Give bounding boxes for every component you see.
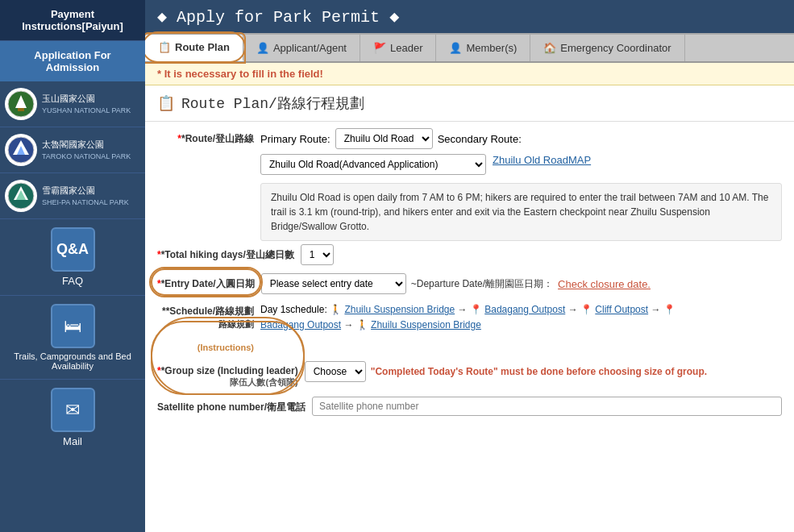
group-size-select[interactable]: Choose 1 2 3 4 5 bbox=[305, 361, 366, 382]
svg-rect-2 bbox=[18, 108, 24, 111]
hiker-icon-1: 🚶 bbox=[330, 304, 342, 315]
route-label: **Route/登山路線 bbox=[157, 128, 254, 146]
satellite-input[interactable] bbox=[312, 397, 782, 416]
instructions-link[interactable]: (Instructions) bbox=[197, 343, 254, 352]
satellite-row: Satellite phone number/衛星電話 bbox=[157, 397, 782, 416]
check-closure-link[interactable]: Check closure date. bbox=[558, 278, 651, 290]
route-row: **Route/登山路線 Primary Route: Zhuilu Old R… bbox=[157, 128, 782, 149]
schedule-point-5[interactable]: Zhuilu Suspension Bridge bbox=[371, 319, 481, 330]
section-header: 📋 Route Plan/路線行程規劃 bbox=[145, 85, 794, 122]
members-icon: 👤 bbox=[449, 42, 462, 54]
total-days-label: **Total hiking days/登山總日數 bbox=[157, 244, 294, 262]
arrow-1: → bbox=[458, 304, 468, 315]
sidebar-item-taroko[interactable]: 太魯閣國家公園 TAROKO NATIONAL PARK bbox=[0, 127, 145, 173]
sidebar: Payment Instructions[Paiyun] Application… bbox=[0, 0, 145, 532]
mail-label: Mail bbox=[63, 435, 82, 447]
faq-label: FAQ bbox=[62, 275, 83, 287]
main-area: ◆ Apply for Park Permit ◆ 📋 Route Plan 👤… bbox=[145, 0, 794, 532]
group-size-warning: "Completed Today's Route" must be done b… bbox=[371, 366, 707, 377]
tab-route-plan-label: Route Plan bbox=[175, 41, 230, 53]
page-header: ◆ Apply for Park Permit ◆ bbox=[145, 0, 794, 35]
trails-icon: 🛏 bbox=[51, 304, 95, 348]
group-size-controls: Choose 1 2 3 4 5 "Completed Today's Rout… bbox=[305, 361, 782, 382]
total-days-row: **Total hiking days/登山總日數 1 2 3 bbox=[157, 244, 782, 265]
applicant-icon: 👤 bbox=[256, 42, 269, 54]
tab-emergency[interactable]: 🏠 Emergency Coordinator bbox=[530, 35, 684, 61]
entry-date-label: **Entry Date/入圓日期 bbox=[157, 273, 255, 291]
section-icon: 📋 bbox=[157, 94, 175, 112]
taroko-logo bbox=[5, 134, 37, 166]
trails-label: Trails, Campgrounds and Bed Availability bbox=[8, 351, 137, 371]
route-map-link[interactable]: Zhuilu Old RoadMAP bbox=[493, 154, 591, 166]
route-controls: Primary Route: Zhuilu Old Road Secondary… bbox=[260, 128, 782, 149]
leader-icon: 🚩 bbox=[373, 42, 386, 54]
total-days-select[interactable]: 1 2 3 bbox=[301, 244, 334, 265]
section-title: Route Plan/路線行程規劃 bbox=[181, 94, 364, 113]
loc-dot-2: 📍 bbox=[470, 304, 482, 315]
taroko-name: 太魯閣國家公園 TAROKO NATIONAL PARK bbox=[42, 139, 131, 162]
primary-route-label: Primary Route: bbox=[260, 133, 330, 145]
sheipa-logo bbox=[5, 180, 37, 212]
primary-route-select[interactable]: Zhuilu Old Road bbox=[335, 128, 433, 149]
notice-bar: * It is necessary to fill in the field! bbox=[145, 63, 794, 85]
entry-date-row: **Entry Date/入圓日期 Please select entry da… bbox=[157, 273, 782, 294]
tab-bar: 📋 Route Plan 👤 Applicant/Agent 🚩 Leader … bbox=[145, 35, 794, 63]
tab-members[interactable]: 👤 Member(s) bbox=[436, 35, 530, 61]
tab-leader-label: Leader bbox=[390, 42, 422, 54]
secondary-route-label: Secondary Route: bbox=[438, 133, 522, 145]
hiker-icon-2: 🚶 bbox=[356, 319, 368, 330]
tab-applicant-label: Applicant/Agent bbox=[273, 42, 347, 54]
sidebar-trails[interactable]: 🛏 Trails, Campgrounds and Bed Availabili… bbox=[0, 296, 145, 380]
tab-applicant[interactable]: 👤 Applicant/Agent bbox=[243, 35, 360, 61]
group-size-label: **Group size (Including leader) 隊伍人數(含領隊… bbox=[157, 361, 298, 389]
arrow-2: → bbox=[568, 304, 578, 315]
loc-dot-3: 📍 bbox=[580, 304, 592, 315]
schedule-content: Day 1schedule: 🚶 Zhuilu Suspension Bridg… bbox=[260, 302, 782, 333]
total-days-controls: 1 2 3 bbox=[301, 244, 782, 265]
emergency-icon: 🏠 bbox=[543, 42, 556, 54]
content-area: * It is necessary to fill in the field! … bbox=[145, 63, 794, 532]
diamond-right: ◆ bbox=[389, 8, 399, 27]
faq-icon: Q&A bbox=[51, 227, 95, 272]
tab-emergency-label: Emergency Coordinator bbox=[560, 42, 671, 54]
entry-date-controls: Please select entry date ~Departure Date… bbox=[261, 273, 782, 294]
diamond-left: ◆ bbox=[157, 8, 167, 27]
departure-label: ~Departure Date/離開園區日期： bbox=[411, 277, 553, 291]
satellite-controls bbox=[312, 397, 782, 416]
tab-leader[interactable]: 🚩 Leader bbox=[360, 35, 436, 61]
secondary-route-row: Zhuilu Old Road(Advanced Application) Zh… bbox=[260, 154, 782, 175]
sidebar-item-yushan[interactable]: 玉山國家公園 YUSHAN NATIONAL PARK bbox=[0, 81, 145, 127]
schedule-row: **Schedule/路線規劃 路線規劃 (Instructions) Day … bbox=[157, 302, 782, 353]
sidebar-payment[interactable]: Payment Instructions[Paiyun] bbox=[0, 0, 145, 41]
group-size-row: **Group size (Including leader) 隊伍人數(含領隊… bbox=[157, 361, 782, 389]
sidebar-faq[interactable]: Q&A FAQ bbox=[0, 219, 145, 296]
loc-dot-4: 📍 bbox=[663, 304, 676, 315]
sidebar-admission[interactable]: Application For Admission bbox=[0, 41, 145, 81]
tab-route-plan[interactable]: 📋 Route Plan bbox=[145, 35, 243, 61]
entry-date-select[interactable]: Please select entry date bbox=[261, 273, 406, 294]
satellite-label: Satellite phone number/衛星電話 bbox=[157, 397, 306, 414]
schedule-point-3[interactable]: Cliff Outpost bbox=[595, 304, 648, 315]
tab-members-label: Member(s) bbox=[466, 42, 517, 54]
arrow-3: → bbox=[651, 304, 660, 315]
sidebar-mail[interactable]: ✉ Mail bbox=[0, 380, 145, 455]
arrow-4: → bbox=[343, 319, 353, 330]
yushan-name: 玉山國家公園 YUSHAN NATIONAL PARK bbox=[42, 93, 131, 116]
page-title: Apply for Park Permit bbox=[177, 8, 380, 27]
form-section: **Route/登山路線 Primary Route: Zhuilu Old R… bbox=[145, 122, 794, 430]
schedule-point-2[interactable]: Badagang Outpost bbox=[484, 304, 565, 315]
schedule-label: **Schedule/路線規劃 路線規劃 (Instructions) bbox=[157, 302, 254, 353]
day1-label: Day 1schedule: bbox=[260, 304, 327, 315]
schedule-point-4[interactable]: Badagang Outpost bbox=[260, 319, 341, 330]
schedule-point-1[interactable]: Zhuilu Suspension Bridge bbox=[344, 304, 455, 315]
sheipa-name: 雪霸國家公園 SHEI-PA NATIONAL PARK bbox=[42, 185, 129, 208]
yushan-logo bbox=[5, 88, 37, 120]
mail-icon: ✉ bbox=[51, 388, 95, 432]
route-info: Zhuilu Old Road is open daily from 7 AM … bbox=[260, 183, 782, 241]
secondary-route-select[interactable]: Zhuilu Old Road(Advanced Application) bbox=[260, 154, 486, 175]
route-plan-icon: 📋 bbox=[158, 41, 171, 53]
sidebar-item-sheipa[interactable]: 雪霸國家公園 SHEI-PA NATIONAL PARK bbox=[0, 173, 145, 219]
